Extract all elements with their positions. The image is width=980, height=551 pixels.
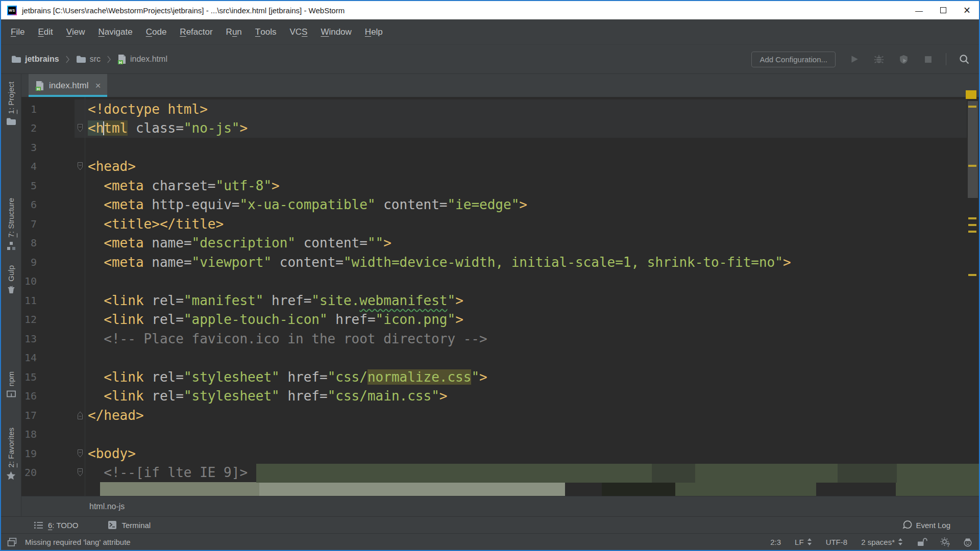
code-line-2: 2<html class="no-js">: [21, 119, 979, 138]
maximize-button[interactable]: [931, 1, 955, 19]
error-stripe: [966, 97, 979, 496]
line-number: 3: [21, 141, 37, 154]
menu-code[interactable]: Code: [139, 19, 174, 44]
menu-edit[interactable]: Edit: [31, 19, 59, 44]
terminal-icon: [108, 520, 117, 530]
hector-icon[interactable]: [963, 537, 973, 547]
breadcrumb-index-html[interactable]: Hindex.html: [117, 54, 167, 64]
fold-marker-icon[interactable]: [77, 468, 84, 477]
code-editor[interactable]: 1<!doctype html>2<html class="no-js">34<…: [21, 97, 979, 496]
warning-stripe-mark[interactable]: [968, 274, 976, 276]
menu-tools[interactable]: Tools: [249, 19, 283, 44]
menu-navigate[interactable]: Navigate: [92, 19, 139, 44]
breadcrumb-label: src: [90, 55, 101, 64]
breadcrumb-label: index.html: [130, 55, 167, 64]
menu-window[interactable]: Window: [314, 19, 358, 44]
code-line-11: 11 <link rel="manifest" href="site.webma…: [21, 291, 979, 310]
tool-window-label: Terminal: [121, 521, 151, 530]
fold-marker-icon[interactable]: [77, 411, 84, 420]
menu-help[interactable]: Help: [358, 19, 389, 44]
tool-window-button-terminal[interactable]: Terminal: [108, 520, 151, 530]
code-text: <link rel="apple-touch-icon" href="icon.…: [88, 312, 463, 327]
warning-stripe-mark[interactable]: [968, 231, 976, 233]
event-log-icon: [902, 520, 913, 530]
warning-stripe-mark[interactable]: [968, 106, 976, 108]
inspection-status-indicator[interactable]: [966, 90, 976, 99]
code-line-14: 14: [21, 348, 979, 368]
clipped-line: [21, 482, 979, 496]
tool-window-button-2-favorites[interactable]: 2: Favorites: [1, 428, 21, 481]
line-number: 12: [21, 313, 37, 325]
line-number: 8: [21, 237, 37, 249]
code-text: <link rel="manifest" href="site.webmanif…: [88, 293, 463, 308]
line-number: 14: [21, 352, 37, 364]
tab-close-icon[interactable]: ×: [95, 81, 101, 90]
tool-window-button-1-project[interactable]: 1: Project: [1, 82, 21, 126]
debug-button[interactable]: [872, 53, 886, 66]
run-button[interactable]: [848, 53, 861, 66]
caret-position[interactable]: 2:3: [770, 538, 781, 546]
minimize-button[interactable]: —: [907, 1, 931, 19]
window-title: jetbrains [C:\Users\rache\WebstormProjec…: [22, 6, 345, 15]
indent-widget[interactable]: 2 spaces*: [861, 538, 903, 546]
line-number: 18: [21, 428, 37, 440]
fold-marker-icon[interactable]: [77, 162, 84, 171]
fold-marker-icon[interactable]: [77, 123, 84, 133]
updown-icon: [807, 538, 812, 546]
code-text: <html class="no-js">: [88, 120, 248, 136]
tool-window-label: 2: Favorites: [7, 428, 15, 467]
breadcrumb: jetbrainssrcHindex.html: [11, 54, 167, 64]
menu-file[interactable]: File: [4, 19, 31, 44]
lock-icon[interactable]: [917, 537, 927, 547]
tool-window-button-7-structure[interactable]: 7: Structure: [1, 198, 21, 251]
tool-windows-toggle-icon[interactable]: [7, 537, 17, 547]
menu-refactor[interactable]: Refactor: [173, 19, 219, 44]
code-line-13: 13 <!-- Place favicon.ico in the root di…: [21, 329, 979, 348]
code-text: <!doctype html>: [88, 102, 208, 117]
editor-tab-bar: Hindex.html×: [21, 74, 979, 97]
coverage-button[interactable]: [897, 53, 910, 66]
tool-window-button-event-log[interactable]: Event Log: [902, 520, 950, 530]
warning-stripe-mark[interactable]: [968, 224, 976, 226]
encoding-widget[interactable]: UTF-8: [826, 538, 848, 546]
breadcrumb-jetbrains[interactable]: jetbrains: [11, 55, 59, 64]
line-number: 17: [21, 409, 37, 421]
code-line-6: 6 <meta http-equiv="x-ua-compatible" con…: [21, 195, 979, 215]
breadcrumb-label: jetbrains: [25, 55, 59, 64]
menu-run[interactable]: Run: [219, 19, 249, 44]
fold-marker-icon[interactable]: [77, 449, 84, 458]
stop-button[interactable]: [921, 53, 935, 66]
tool-window-label: 6: TODO: [48, 521, 78, 530]
add-configuration-button[interactable]: Add Configuration...: [751, 52, 836, 67]
line-number: 2: [21, 122, 37, 134]
code-lines: 1<!doctype html>2<html class="no-js">34<…: [21, 97, 979, 482]
search-everywhere-button[interactable]: [958, 53, 971, 66]
warning-stripe-mark[interactable]: [968, 165, 976, 167]
line-number: 13: [21, 333, 37, 345]
tool-window-button-6-todo[interactable]: 6: TODO: [34, 521, 78, 530]
inspections-icon[interactable]: ?: [940, 537, 950, 547]
menu-vcs[interactable]: VCS: [283, 19, 314, 44]
line-separator-widget[interactable]: LF: [795, 538, 812, 546]
code-text: <title></title>: [88, 216, 224, 232]
code-line-15: 15 <link rel="stylesheet" href="css/norm…: [21, 367, 979, 387]
code-line-3: 3: [21, 138, 979, 157]
menu-view[interactable]: View: [60, 19, 92, 44]
tag-breadcrumb[interactable]: html.no-js: [89, 502, 125, 511]
tool-window-button-npm[interactable]: npm: [1, 371, 21, 398]
tab-index-html[interactable]: Hindex.html×: [29, 74, 107, 97]
line-number: 10: [21, 275, 37, 287]
code-line-7: 7 <title></title>: [21, 214, 979, 234]
code-text: <!-- Place favicon.ico in the root direc…: [88, 331, 487, 346]
clipped-text-block: [259, 482, 565, 496]
warning-stripe-mark[interactable]: [968, 217, 976, 219]
code-line-9: 9 <meta name="viewport" content="width=d…: [21, 253, 979, 272]
folder-icon: [11, 55, 21, 63]
tool-window-button-gulp[interactable]: Gulp: [1, 265, 21, 294]
close-button[interactable]: ×: [955, 1, 979, 19]
breadcrumb-src[interactable]: src: [76, 55, 101, 64]
scrollbar-thumb[interactable]: [968, 101, 978, 198]
clipped-text-block: [602, 482, 675, 496]
code-line-19: 19<body>: [21, 444, 979, 463]
tool-window-label: 1: Project: [7, 82, 15, 114]
